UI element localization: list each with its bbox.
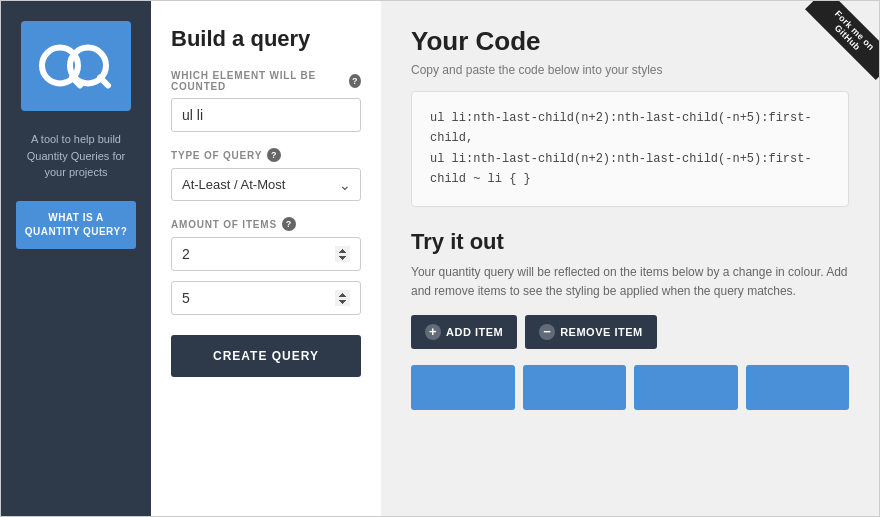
your-code-title: Your Code [411,26,849,57]
add-icon: + [425,324,441,340]
query-type-select[interactable]: At-Least / At-Most At-Least At-Most Exac… [171,168,361,201]
your-code-subtitle: Copy and paste the code below into your … [411,63,849,77]
sidebar-tagline: A tool to help build Quantity Queries fo… [16,131,136,181]
amount-input-1[interactable] [171,237,361,271]
logo-area [21,21,131,111]
code-box[interactable]: ul li:nth-last-child(n+2):nth-last-child… [411,91,849,207]
preview-item-4 [746,365,850,410]
try-it-description: Your quantity query will be reflected on… [411,263,849,301]
code-content: ul li:nth-last-child(n+2):nth-last-child… [430,111,812,186]
items-preview [411,365,849,410]
amount-input-2-wrapper [171,281,361,315]
query-type-help-icon[interactable]: ? [267,148,281,162]
amount-label: AMOUNT OF ITEMS ? [171,217,361,231]
element-input[interactable] [171,98,361,132]
build-title: Build a query [171,26,361,52]
build-panel: Build a query WHICH ELEMENT WILL BE COUN… [151,1,381,516]
preview-item-2 [523,365,627,410]
app-container: A tool to help build Quantity Queries fo… [0,0,880,517]
preview-item-3 [634,365,738,410]
amount-input-1-wrapper [171,237,361,271]
amount-input-2[interactable] [171,281,361,315]
right-panel: Your Code Copy and paste the code below … [381,1,879,516]
svg-line-3 [100,78,108,86]
remove-item-button[interactable]: − REMOVE ITEM [525,315,657,349]
element-label: WHICH ELEMENT WILL BE COUNTED ? [171,70,361,92]
add-item-button[interactable]: + ADD ITEM [411,315,517,349]
query-type-label: TYPE OF QUERY ? [171,148,361,162]
action-buttons: + ADD ITEM − REMOVE ITEM [411,315,849,349]
remove-icon: − [539,324,555,340]
try-it-title: Try it out [411,229,849,255]
amount-help-icon[interactable]: ? [282,217,296,231]
create-query-button[interactable]: CREATE QUERY [171,335,361,377]
logo-icon [36,36,116,96]
query-type-wrapper: At-Least / At-Most At-Least At-Most Exac… [171,168,361,201]
sidebar: A tool to help build Quantity Queries fo… [1,1,151,516]
element-help-icon[interactable]: ? [349,74,361,88]
preview-item-1 [411,365,515,410]
what-is-quantity-query-button[interactable]: WHAT IS A QUANTITY QUERY? [16,201,136,249]
